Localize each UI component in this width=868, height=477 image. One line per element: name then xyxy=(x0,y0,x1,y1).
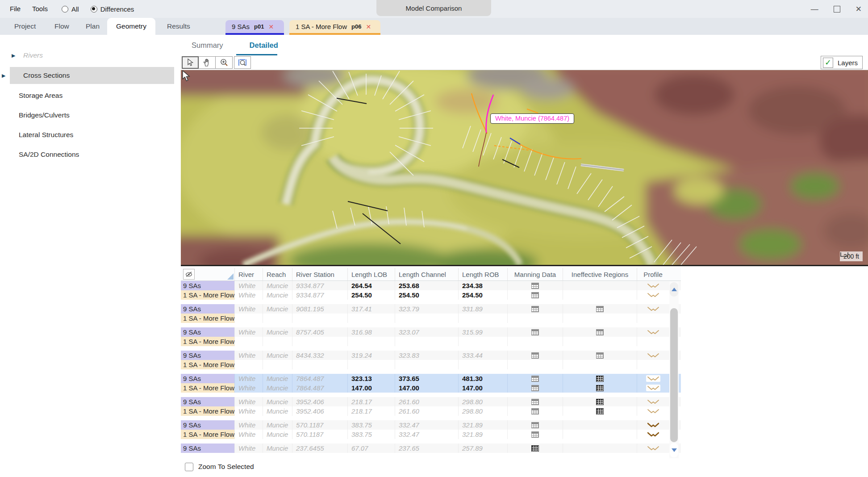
ineffective-regions-cell[interactable] xyxy=(563,351,637,360)
plan-cell[interactable]: 9 SAs xyxy=(181,304,235,314)
profile-chevron-icon[interactable] xyxy=(647,376,659,381)
manning-grid-icon[interactable] xyxy=(531,283,539,289)
plan-cell[interactable]: 9 SAs xyxy=(181,351,235,360)
profile-cell[interactable] xyxy=(637,290,669,300)
pan-hand-button[interactable] xyxy=(199,56,216,69)
scroll-down-button[interactable] xyxy=(670,443,678,457)
table-row[interactable]: 1 SA - More Flow xyxy=(181,337,681,346)
ineffective-regions-cell[interactable] xyxy=(563,444,637,453)
plan-cell[interactable]: 1 SA - More Flow xyxy=(181,383,235,393)
plan-cell[interactable]: 1 SA - More Flow xyxy=(181,290,235,300)
profile-chevron-icon[interactable] xyxy=(647,446,659,451)
manning-grid-icon[interactable] xyxy=(531,422,539,428)
terrain-map[interactable]: White, Muncie (7864.487) 200 ft xyxy=(181,70,868,266)
manning-data-cell[interactable] xyxy=(508,351,563,360)
profile-cell[interactable] xyxy=(637,430,669,439)
table-row[interactable]: 1 SA - More Flow xyxy=(181,360,681,369)
manning-data-cell[interactable] xyxy=(508,374,563,383)
manning-data-cell[interactable] xyxy=(508,430,563,439)
profile-chevron-icon[interactable] xyxy=(647,306,659,311)
table-scrollbar[interactable] xyxy=(669,281,679,458)
radio-differences[interactable]: Differences xyxy=(91,5,134,13)
ineffective-regions-cell[interactable] xyxy=(563,360,637,369)
manning-data-cell[interactable] xyxy=(508,397,563,406)
profile-chevron-icon[interactable] xyxy=(647,293,659,297)
scrollbar-thumb[interactable] xyxy=(670,308,678,442)
ineffective-regions-cell[interactable] xyxy=(563,430,637,439)
zoom-window-button[interactable] xyxy=(234,56,251,69)
manning-grid-icon[interactable] xyxy=(531,329,539,335)
plan-tab-1sa-more-flow[interactable]: 1 SA - More Flow p06 ✕ xyxy=(289,20,380,35)
table-row[interactable]: 1 SA - More Flow White Muncie 9334.877 2… xyxy=(181,290,681,300)
zoom-in-button[interactable] xyxy=(216,56,233,69)
ineffective-regions-cell[interactable] xyxy=(563,281,637,290)
expand-triangle-icon[interactable]: ▶ xyxy=(12,53,15,59)
header-length-lob[interactable]: Length LOB xyxy=(348,268,395,280)
profile-cell[interactable] xyxy=(637,351,669,360)
plan-cell[interactable]: 9 SAs xyxy=(181,281,235,290)
plan-cell[interactable]: 1 SA - More Flow xyxy=(181,337,235,346)
ineffective-regions-cell[interactable] xyxy=(563,374,637,383)
radio-all-dot[interactable] xyxy=(62,6,68,13)
table-row[interactable]: 9 SAs White Muncie 3952.406 218.17 261.6… xyxy=(181,397,681,406)
profile-chevron-icon[interactable] xyxy=(647,432,659,437)
manning-data-cell[interactable] xyxy=(508,360,563,369)
manning-data-cell[interactable] xyxy=(508,290,563,300)
manning-grid-icon[interactable] xyxy=(531,385,539,391)
profile-cell[interactable] xyxy=(637,327,669,337)
profile-cell[interactable] xyxy=(637,406,669,416)
manning-grid-icon[interactable] xyxy=(531,306,539,312)
header-ineffective-regions[interactable]: Ineffective Regions xyxy=(563,268,637,280)
ineffective-grid-icon[interactable] xyxy=(596,329,604,335)
table-row[interactable]: 9 SAs White Muncie 237.6455 67.07 237.65… xyxy=(181,444,681,453)
profile-cell[interactable] xyxy=(637,420,669,430)
scroll-up-button[interactable] xyxy=(670,282,678,297)
ineffective-regions-cell[interactable] xyxy=(563,314,637,323)
profile-cell[interactable] xyxy=(637,383,669,393)
manning-grid-icon[interactable] xyxy=(531,399,539,405)
profile-chevron-icon[interactable] xyxy=(647,353,659,358)
sidebar-item-bridges-culverts[interactable]: Bridges/Culverts xyxy=(0,107,174,124)
header-river[interactable]: River xyxy=(235,268,263,280)
ineffective-regions-cell[interactable] xyxy=(563,383,637,393)
table-row[interactable]: 1 SA - More Flow White Muncie 570.1187 3… xyxy=(181,430,681,439)
plan-tab-close-icon[interactable]: ✕ xyxy=(366,23,371,30)
header-manning-data[interactable]: Manning Data xyxy=(508,268,563,280)
tab-flow[interactable]: Flow xyxy=(48,18,75,35)
tab-plan[interactable]: Plan xyxy=(79,18,106,35)
ineffective-grid-icon[interactable] xyxy=(596,376,604,382)
ineffective-grid-icon[interactable] xyxy=(596,385,604,391)
manning-data-cell[interactable] xyxy=(508,281,563,290)
profile-chevron-icon[interactable] xyxy=(647,399,659,404)
tab-results[interactable]: Results xyxy=(161,18,196,35)
plan-cell[interactable]: 1 SA - More Flow xyxy=(181,314,235,323)
ineffective-regions-cell[interactable] xyxy=(563,337,637,346)
ineffective-grid-icon[interactable] xyxy=(596,399,604,405)
sidebar-item-storage-areas[interactable]: Storage Areas xyxy=(0,87,174,104)
ineffective-regions-cell[interactable] xyxy=(563,327,637,337)
manning-data-cell[interactable] xyxy=(508,420,563,430)
table-row[interactable]: 1 SA - More Flow xyxy=(181,314,681,323)
plan-cell[interactable]: 9 SAs xyxy=(181,444,235,453)
header-length-channel[interactable]: Length Channel xyxy=(395,268,459,280)
plan-cell[interactable]: 9 SAs xyxy=(181,397,235,406)
profile-chevron-icon[interactable] xyxy=(647,423,659,427)
header-profile[interactable]: Profile xyxy=(637,268,669,280)
profile-chevron-icon[interactable] xyxy=(647,385,659,390)
sort-wedge-icon[interactable] xyxy=(227,273,234,280)
manning-grid-icon[interactable] xyxy=(531,408,539,414)
profile-cell[interactable] xyxy=(637,314,669,323)
ineffective-regions-cell[interactable] xyxy=(563,290,637,300)
sidebar-item-cross-sections[interactable]: ▶ Cross Sections xyxy=(10,67,174,84)
plan-cell[interactable]: 1 SA - More Flow xyxy=(181,360,235,369)
ineffective-regions-cell[interactable] xyxy=(563,406,637,416)
manning-grid-icon[interactable] xyxy=(531,431,539,438)
profile-cell[interactable] xyxy=(637,360,669,369)
manning-data-cell[interactable] xyxy=(508,406,563,416)
radio-all[interactable]: All xyxy=(62,5,79,13)
ineffective-grid-icon[interactable] xyxy=(596,352,604,359)
table-row[interactable]: 9 SAs White Muncie 8434.332 319.24 323.8… xyxy=(181,351,681,360)
tab-geometry[interactable]: Geometry xyxy=(107,18,155,35)
plan-tab-close-icon[interactable]: ✕ xyxy=(268,23,274,30)
plan-cell[interactable]: 9 SAs xyxy=(181,420,235,430)
